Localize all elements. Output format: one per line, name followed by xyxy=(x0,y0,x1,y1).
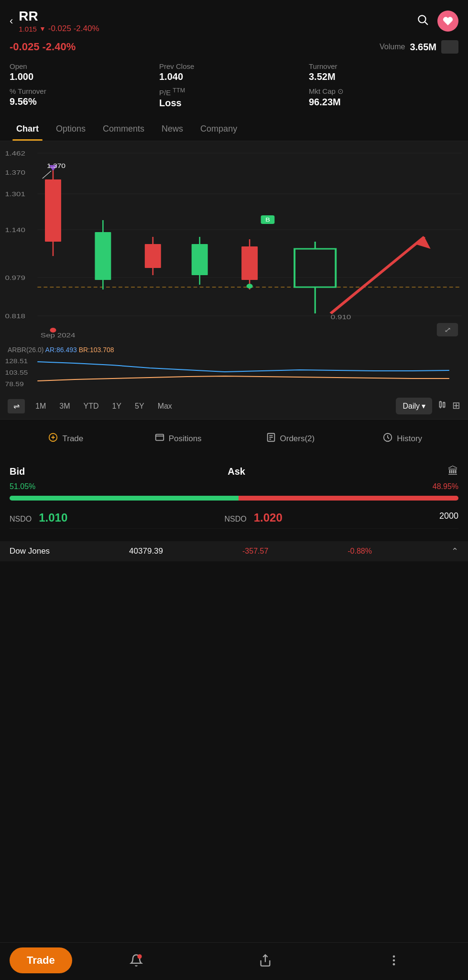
arbr-title: ARBR(26.0) xyxy=(8,346,44,354)
stock-change: -0.025 -2.40% xyxy=(48,24,99,33)
header: ‹ RR 1.015 ▼ -0.025 -2.40% xyxy=(0,0,468,38)
svg-text:B: B xyxy=(265,217,270,223)
svg-text:0.979: 0.979 xyxy=(5,274,25,281)
svg-point-43 xyxy=(50,328,56,333)
time-max-button[interactable]: Max xyxy=(151,399,179,413)
stock-direction-icon: ▼ xyxy=(39,25,46,33)
svg-point-66 xyxy=(393,956,395,958)
orders-icon xyxy=(266,432,276,445)
orders-label: Orders(2) xyxy=(280,434,315,444)
svg-text:1.370: 1.370 xyxy=(5,169,25,176)
candle-tool-button[interactable] xyxy=(437,400,447,412)
volume-section: Volume 3.65M xyxy=(380,40,458,54)
share-button[interactable] xyxy=(201,954,329,967)
trade-tab-trade[interactable]: Trade xyxy=(10,427,122,450)
trade-main-button[interactable]: Trade xyxy=(10,947,72,973)
history-label: History xyxy=(397,434,422,444)
svg-text:1.462: 1.462 xyxy=(5,150,25,157)
time-3m-button[interactable]: 3M xyxy=(53,399,76,413)
range-toggle-button[interactable]: ⇌ xyxy=(8,399,25,413)
grid-tool-button[interactable]: ⊞ xyxy=(452,400,460,412)
svg-rect-2 xyxy=(0,141,468,342)
stat-pe: P/E TTM Loss xyxy=(159,87,309,109)
more-options-button[interactable] xyxy=(330,954,458,967)
volume-label: Volume xyxy=(380,43,405,51)
trade-icon xyxy=(48,432,58,445)
price-row: -0.025 -2.40% Volume 3.65M xyxy=(0,38,468,57)
chart-tab-bar: Chart Options Comments News Company xyxy=(0,117,468,141)
svg-rect-29 xyxy=(241,246,258,280)
svg-point-0 xyxy=(418,15,425,22)
svg-rect-57 xyxy=(155,434,163,441)
svg-point-64 xyxy=(138,954,142,958)
svg-text:0.910: 0.910 xyxy=(331,313,351,321)
trade-tab-orders[interactable]: Orders(2) xyxy=(234,427,347,450)
svg-rect-20 xyxy=(95,232,111,280)
svg-point-67 xyxy=(393,959,395,962)
notification-button[interactable] xyxy=(72,954,201,967)
pct-row: 51.05% 48.95% xyxy=(10,482,458,493)
ask-pct: 48.95% xyxy=(433,482,458,491)
stock-current-price: 1.015 xyxy=(19,25,37,33)
stats-grid: Open 1.000 Prev Close 1.040 Turnover 3.5… xyxy=(0,57,468,117)
svg-text:0.818: 0.818 xyxy=(5,312,25,320)
time-ytd-button[interactable]: YTD xyxy=(76,399,105,413)
ask-label: Ask xyxy=(228,466,245,477)
bid-bar xyxy=(10,496,239,501)
trade-tab-history[interactable]: History xyxy=(346,427,458,450)
svg-text:78.59: 78.59 xyxy=(5,381,23,388)
br-value: BR:103.708 xyxy=(79,346,114,354)
history-icon xyxy=(382,432,393,445)
bid-label: Bid xyxy=(10,466,25,477)
stock-symbol: RR xyxy=(19,9,99,24)
bid-pct: 51.05% xyxy=(10,482,35,491)
bid-qty: NSDO 1.020 xyxy=(224,511,282,524)
indicator-svg: 128.51 103.55 78.59 xyxy=(0,355,468,393)
indicator-chart: 128.51 103.55 78.59 xyxy=(0,355,468,393)
time-range-bar: ⇌ 1M 3M YTD 1Y 5Y Max Daily ▾ ⊞ xyxy=(0,393,468,419)
favorite-button[interactable] xyxy=(437,11,458,32)
ticker-change-pct: -0.88% xyxy=(348,547,372,556)
trade-tabs: Trade Positions Orders(2) History xyxy=(0,419,468,457)
trade-label: Trade xyxy=(62,434,83,444)
header-right xyxy=(416,11,458,32)
bid-ask-bar xyxy=(10,496,458,501)
time-1y-button[interactable]: 1Y xyxy=(105,399,128,413)
chart-area: 1.462 1.370 1.301 1.140 0.979 0.818 xyxy=(0,141,468,419)
bid-ask-section: Bid Ask 🏛 51.05% 48.95% NSDO 1.010 NSDO … xyxy=(0,457,468,536)
ticker-bar[interactable]: Dow Jones 40379.39 -357.57 -0.88% ⌃ xyxy=(0,541,468,561)
svg-rect-46 xyxy=(0,355,468,393)
ticker-name: Dow Jones xyxy=(10,546,50,556)
candlestick-svg: 1.462 1.370 1.301 1.140 0.979 0.818 xyxy=(0,141,468,342)
tab-news[interactable]: News xyxy=(153,117,192,141)
stat-mkt-cap: Mkt Cap ⊙ 96.23M xyxy=(309,87,458,109)
trade-tab-positions[interactable]: Positions xyxy=(122,427,234,450)
ticker-price: 40379.39 xyxy=(129,546,163,556)
svg-text:⤢: ⤢ xyxy=(444,326,451,333)
svg-rect-26 xyxy=(192,244,208,275)
back-button[interactable]: ‹ xyxy=(10,15,13,27)
volume-value: 3.65M xyxy=(410,42,436,53)
daily-period-button[interactable]: Daily ▾ xyxy=(396,398,432,414)
svg-text:1.140: 1.140 xyxy=(5,226,25,234)
svg-text:1.301: 1.301 xyxy=(5,190,25,198)
tab-comments[interactable]: Comments xyxy=(94,117,153,141)
svg-point-31 xyxy=(247,284,253,289)
svg-rect-50 xyxy=(440,402,442,407)
dropdown-arrow-icon: ▾ xyxy=(422,401,425,411)
ticker-change: -357.57 xyxy=(242,547,268,556)
chevron-up-icon: ⌃ xyxy=(451,546,458,557)
time-1m-button[interactable]: 1M xyxy=(29,399,53,413)
time-5y-button[interactable]: 5Y xyxy=(128,399,151,413)
arbr-label: ARBR(26.0) AR:86.493 BR:103.708 xyxy=(0,342,468,355)
ask-qty: 2000 xyxy=(439,511,458,524)
svg-text:103.55: 103.55 xyxy=(5,369,28,376)
stat-prev-close: Prev Close 1.040 xyxy=(159,62,309,82)
bid-stock-label: NSDO 1.010 xyxy=(10,511,67,524)
search-icon[interactable] xyxy=(416,13,429,29)
tab-chart[interactable]: Chart xyxy=(8,117,47,141)
tab-options[interactable]: Options xyxy=(47,117,94,141)
tab-company[interactable]: Company xyxy=(192,117,246,141)
candlestick-chart[interactable]: 1.462 1.370 1.301 1.140 0.979 0.818 xyxy=(0,141,468,342)
svg-rect-16 xyxy=(45,179,61,242)
